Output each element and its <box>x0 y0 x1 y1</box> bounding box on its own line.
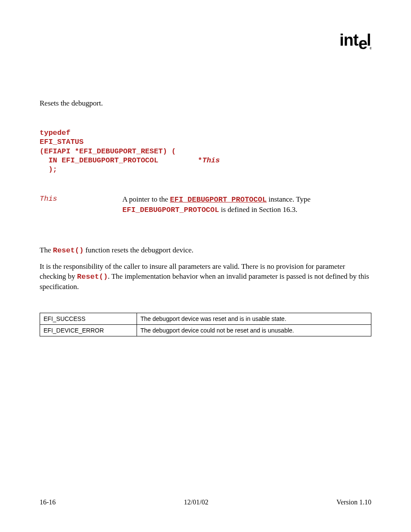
desc2-code: Reset() <box>77 273 108 281</box>
description-block: The Reset() function resets the debugpor… <box>40 246 371 292</box>
page-footer: 16-16 12/01/02 Version 1.10 <box>40 498 371 506</box>
footer-version: Version 1.10 <box>336 498 371 506</box>
page-content: Resets the debugport. typedef EFI_STATUS… <box>40 99 371 336</box>
desc1-code: Reset() <box>53 246 84 255</box>
footer-page-number: 16-16 <box>40 498 56 506</box>
desc1-post: function resets the debugport device. <box>84 246 193 254</box>
param-desc-pre: A pointer to the <box>122 195 170 203</box>
intel-logo: int e l ® <box>339 34 371 56</box>
svg-text:int: int <box>339 34 359 49</box>
status-codes-table: EFI_SUCCESS The debugport device was res… <box>40 313 371 336</box>
proto-param-this: This <box>202 156 220 165</box>
param-code2: EFI_DEBUGPORT_PROTOCOL <box>122 206 219 214</box>
proto-line3: (EFIAPI *EFI_DEBUGPORT_RESET) ( <box>40 147 176 156</box>
proto-line5: ); <box>40 165 57 174</box>
status-desc: The debugport device could not be reset … <box>137 324 371 336</box>
desc1-pre: The <box>40 246 53 254</box>
status-code: EFI_SUCCESS <box>40 313 137 324</box>
param-desc-post: is defined in Section 16.3. <box>219 205 297 214</box>
table-row: EFI_DEVICE_ERROR The debugport device co… <box>40 324 371 336</box>
footer-date: 12/01/02 <box>184 498 209 506</box>
desc-para-2: It is the responsibility of the caller t… <box>40 262 371 292</box>
status-code: EFI_DEVICE_ERROR <box>40 324 137 336</box>
status-desc: The debugport device was reset and is in… <box>137 313 371 324</box>
table-row: EFI_SUCCESS The debugport device was res… <box>40 313 371 324</box>
prototype-block: typedef EFI_STATUS (EFIAPI *EFI_DEBUGPOR… <box>40 128 371 174</box>
param-name-this: This <box>40 195 122 215</box>
proto-line1: typedef <box>40 129 70 137</box>
param-code-link[interactable]: EFI_DEBUGPORT_PROTOCOL <box>170 196 266 204</box>
desc-para-1: The Reset() function resets the debugpor… <box>40 246 371 256</box>
proto-line4a: IN EFI_DEBUGPORT_PROTOCOL * <box>40 156 202 165</box>
summary-text: Resets the debugport. <box>40 99 371 108</box>
param-desc-this: A pointer to the EFI_DEBUGPORT_PROTOCOL … <box>122 195 371 215</box>
parameter-row: This A pointer to the EFI_DEBUGPORT_PROT… <box>40 195 371 215</box>
svg-text:e: e <box>358 34 367 52</box>
param-desc-mid: instance. Type <box>267 195 311 203</box>
svg-text:®: ® <box>370 47 371 50</box>
proto-line2: EFI_STATUS <box>40 138 84 146</box>
